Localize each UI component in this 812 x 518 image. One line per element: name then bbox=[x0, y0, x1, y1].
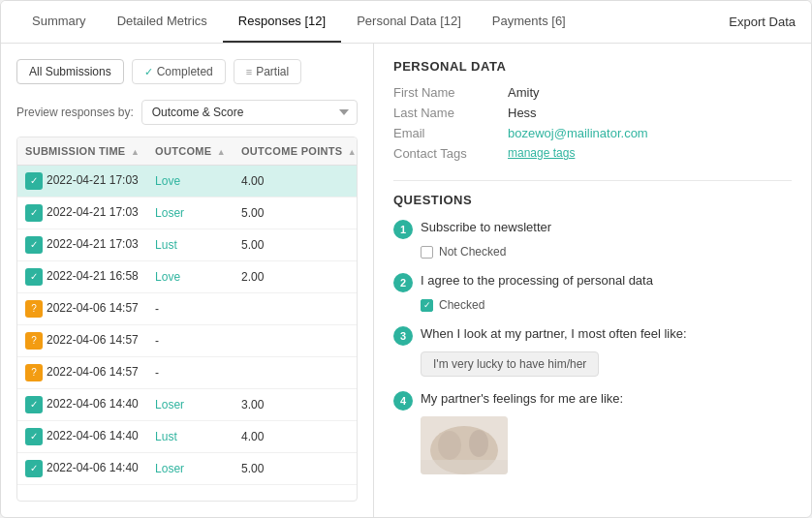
export-data-button[interactable]: Export Data bbox=[729, 15, 796, 29]
sort-icon: ▲ bbox=[348, 147, 357, 157]
lastname-label: Last Name bbox=[393, 106, 500, 120]
tab-personal-data[interactable]: Personal Data [12] bbox=[341, 1, 477, 43]
top-nav: Summary Detailed Metrics Responses [12] … bbox=[1, 1, 811, 44]
table-row[interactable]: ✓2022-04-21 17:03 Love 4.00 6.0 🗑 bbox=[17, 166, 358, 198]
tab-responses[interactable]: Responses [12] bbox=[223, 1, 341, 43]
table-row[interactable]: ✓2022-04-21 16:58 Love 2.00 5.0 🗑 bbox=[17, 261, 358, 293]
row-status-icon: ? bbox=[25, 300, 43, 318]
email-value[interactable]: bozewoj@mailinator.com bbox=[508, 126, 792, 140]
col-submission-time[interactable]: SUBMISSION TIME ▲ bbox=[17, 137, 147, 166]
tab-payments[interactable]: Payments [6] bbox=[477, 1, 581, 43]
row-status-icon: ✓ bbox=[25, 460, 43, 477]
sort-icon: ▲ bbox=[131, 147, 140, 157]
submissions-table-container: SUBMISSION TIME ▲ OUTCOME ▲ OUTCOME POIN… bbox=[16, 137, 358, 502]
svg-point-3 bbox=[469, 430, 488, 457]
q4-text: My partner's feelings for me are like: bbox=[421, 390, 623, 408]
personal-data-title: PERSONAL DATA bbox=[393, 59, 792, 74]
cell-outcome: Loser bbox=[147, 389, 234, 421]
section-divider bbox=[393, 180, 792, 181]
cell-points: 5.00 bbox=[234, 198, 358, 229]
q1-answer: Not Checked bbox=[421, 245, 792, 259]
q3-number: 3 bbox=[393, 326, 413, 346]
cell-points: 5.00 bbox=[234, 453, 358, 485]
contact-tags-label: Contact Tags bbox=[393, 146, 500, 161]
table-row[interactable]: ?2022-04-06 14:57 - 🗑 bbox=[17, 325, 358, 357]
row-status-icon: ✓ bbox=[25, 428, 43, 445]
cell-time: ✓2022-04-06 14:40 bbox=[17, 453, 147, 485]
q3-answer: I'm very lucky to have him/her bbox=[421, 351, 792, 377]
partial-filter-button[interactable]: ≡ Partial bbox=[234, 59, 301, 84]
q2-checkbox-icon: ✓ bbox=[421, 299, 433, 312]
q4-number: 4 bbox=[393, 391, 413, 411]
table-row[interactable]: ?2022-04-06 14:57 - 🗑 bbox=[17, 293, 358, 325]
table-row[interactable]: ?2022-04-06 14:57 - 🗑 bbox=[17, 357, 358, 389]
row-status-icon: ? bbox=[25, 364, 43, 381]
cell-outcome: Lust bbox=[147, 229, 234, 261]
q2-answer: ✓ Checked bbox=[421, 298, 792, 312]
row-status-icon: ✓ bbox=[25, 396, 43, 413]
manage-tags-link[interactable]: manage tags bbox=[508, 146, 792, 161]
q1-answer-label: Not Checked bbox=[439, 245, 506, 259]
cell-outcome: Love bbox=[147, 166, 234, 198]
cell-time: ✓2022-04-06 14:40 bbox=[17, 421, 147, 453]
cell-outcome: Loser bbox=[147, 198, 234, 229]
content-area: All Submissions ✓ Completed ≡ Partial Pr… bbox=[1, 44, 811, 517]
table-row[interactable]: ✓2022-04-06 14:40 Loser 3.00 5.0 🗑 bbox=[17, 389, 358, 421]
cell-points: 4.00 bbox=[234, 166, 358, 198]
question-1-header: 1 Subscribe to newsletter bbox=[393, 219, 792, 239]
main-container: Summary Detailed Metrics Responses [12] … bbox=[0, 0, 812, 518]
cell-time: ?2022-04-06 14:57 bbox=[17, 293, 147, 325]
right-panel: PERSONAL DATA First Name Amity Last Name… bbox=[374, 44, 811, 517]
cell-outcome: Lust bbox=[147, 421, 234, 453]
table-row[interactable]: ✓2022-04-06 14:40 Lust 4.00 8.0 🗑 bbox=[17, 421, 358, 453]
cell-time: ✓2022-04-21 17:03 bbox=[17, 198, 147, 229]
question-2-header: 2 I agree to the processing of personal … bbox=[393, 272, 792, 292]
all-submissions-button[interactable]: All Submissions bbox=[16, 59, 124, 84]
cell-outcome: Loser bbox=[147, 453, 234, 485]
cell-points bbox=[234, 293, 358, 325]
preview-select[interactable]: Outcome & Score bbox=[141, 100, 358, 125]
submissions-table: SUBMISSION TIME ▲ OUTCOME ▲ OUTCOME POIN… bbox=[17, 137, 358, 485]
tab-detailed-metrics[interactable]: Detailed Metrics bbox=[102, 1, 223, 43]
q2-number: 2 bbox=[393, 273, 413, 292]
row-status-icon: ✓ bbox=[25, 236, 43, 254]
table-row[interactable]: ✓2022-04-21 17:03 Lust 5.00 8.0 🗑 bbox=[17, 229, 358, 261]
q2-text: I agree to the processing of personal da… bbox=[421, 272, 653, 289]
cell-time: ?2022-04-06 14:57 bbox=[17, 357, 147, 389]
question-3-header: 3 When I look at my partner, I most ofte… bbox=[393, 325, 792, 346]
email-label: Email bbox=[393, 126, 500, 140]
cell-points: 4.00 bbox=[234, 421, 358, 453]
cell-points: 3.00 bbox=[234, 389, 358, 421]
col-outcome[interactable]: OUTCOME ▲ bbox=[147, 137, 234, 166]
question-1: 1 Subscribe to newsletter Not Checked bbox=[393, 219, 792, 259]
preview-row: Preview responses by: Outcome & Score bbox=[16, 100, 358, 125]
question-3: 3 When I look at my partner, I most ofte… bbox=[393, 325, 792, 377]
col-outcome-points[interactable]: OUTCOME POINTS ▲ bbox=[234, 137, 358, 166]
completed-filter-button[interactable]: ✓ Completed bbox=[132, 59, 226, 84]
lastname-value: Hess bbox=[508, 106, 792, 120]
table-row[interactable]: ✓2022-04-06 14:40 Loser 5.00 8.0 🗑 bbox=[17, 453, 358, 485]
personal-data-grid: First Name Amity Last Name Hess Email bo… bbox=[393, 85, 792, 161]
question-2: 2 I agree to the processing of personal … bbox=[393, 272, 792, 312]
cell-time: ✓2022-04-21 16:58 bbox=[17, 261, 147, 293]
cell-time: ✓2022-04-21 17:03 bbox=[17, 229, 147, 261]
cell-outcome: Love bbox=[147, 261, 234, 293]
table-row[interactable]: ✓2022-04-21 17:03 Loser 5.00 9.0 🗑 bbox=[17, 198, 358, 229]
cell-points: 2.00 bbox=[234, 261, 358, 293]
partial-icon: ≡ bbox=[246, 66, 252, 77]
cell-outcome: - bbox=[147, 325, 234, 357]
q2-answer-label: Checked bbox=[439, 298, 484, 312]
sort-icon: ▲ bbox=[217, 147, 226, 157]
filter-row: All Submissions ✓ Completed ≡ Partial bbox=[16, 59, 358, 84]
tab-summary[interactable]: Summary bbox=[16, 1, 102, 43]
questions-title: QUESTIONS bbox=[393, 193, 792, 207]
row-status-icon: ✓ bbox=[25, 172, 43, 190]
cell-time: ✓2022-04-06 14:40 bbox=[17, 389, 147, 421]
q3-answer-pill: I'm very lucky to have him/her bbox=[421, 351, 599, 377]
firstname-value: Amity bbox=[508, 85, 792, 100]
cell-outcome: - bbox=[147, 357, 234, 389]
preview-label: Preview responses by: bbox=[16, 106, 134, 119]
row-status-icon: ✓ bbox=[25, 268, 43, 286]
nav-tabs: Summary Detailed Metrics Responses [12] … bbox=[16, 1, 581, 43]
cell-points: 5.00 bbox=[234, 229, 358, 261]
